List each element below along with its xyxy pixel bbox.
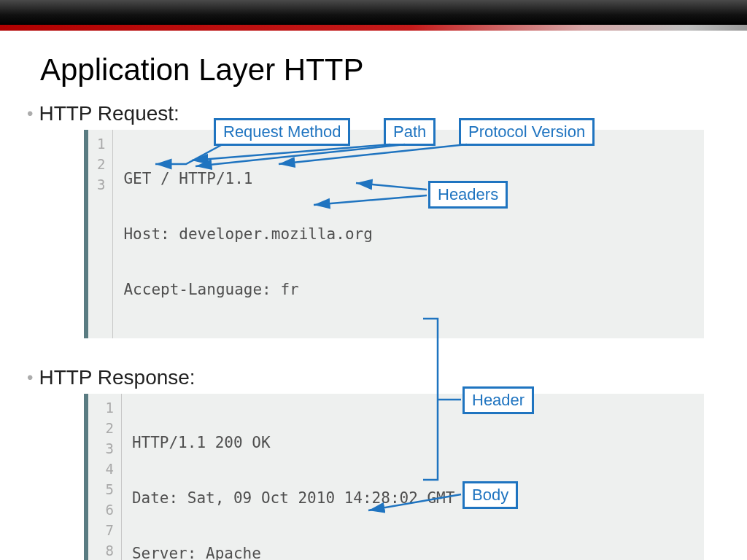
line-number: 6 [97,499,114,520]
code-line: GET / HTTP/1.1 [123,168,372,189]
line-number: 3 [97,174,105,195]
slide-content: Application Layer HTTP • HTTP Request: 1… [0,31,747,560]
code-line: Date: Sat, 09 Oct 2010 14:28:02 GMT [132,488,676,508]
line-number: 7 [97,520,114,540]
line-number: 3 [97,438,114,459]
line-number: 2 [97,418,114,438]
code-line: Accept-Language: fr [123,279,372,300]
tag-protocol-version: Protocol Version [459,118,595,146]
tag-body: Body [462,481,518,509]
response-code: HTTP/1.1 200 OK Date: Sat, 09 Oct 2010 1… [122,394,684,560]
bullet-dot-icon: • [27,368,33,388]
red-accent-bar [0,25,747,31]
tag-request-method: Request Method [214,118,350,146]
line-number: 4 [97,459,114,479]
bullet-response-label: HTTP Response: [39,366,195,389]
request-code: GET / HTTP/1.1 Host: developer.mozilla.o… [113,130,379,338]
slide-title: Application Layer HTTP [40,52,725,88]
line-number: 8 [97,540,114,560]
request-gutter: 1 2 3 [88,130,113,338]
line-number: 1 [97,133,105,154]
tag-header: Header [462,386,534,414]
bullet-response: • HTTP Response: [40,366,725,389]
code-line: HTTP/1.1 200 OK [132,432,676,453]
response-code-block: 1 2 3 4 5 6 7 8 9 10 HTTP/1.1 200 OK Dat… [84,394,704,560]
request-code-block: 1 2 3 GET / HTTP/1.1 Host: developer.moz… [84,130,704,338]
line-number: 1 [97,397,114,418]
tag-headers: Headers [428,181,508,209]
top-gradient-bar [0,0,747,25]
response-gutter: 1 2 3 4 5 6 7 8 9 10 [88,394,122,560]
bullet-dot-icon: • [27,104,33,124]
tag-path: Path [384,118,436,146]
line-number: 5 [97,479,114,499]
code-line: Server: Apache [132,543,676,560]
code-line: Host: developer.mozilla.org [123,224,372,244]
bullet-request: • HTTP Request: [40,102,725,125]
line-number: 2 [97,154,105,174]
bullet-request-label: HTTP Request: [39,102,179,125]
